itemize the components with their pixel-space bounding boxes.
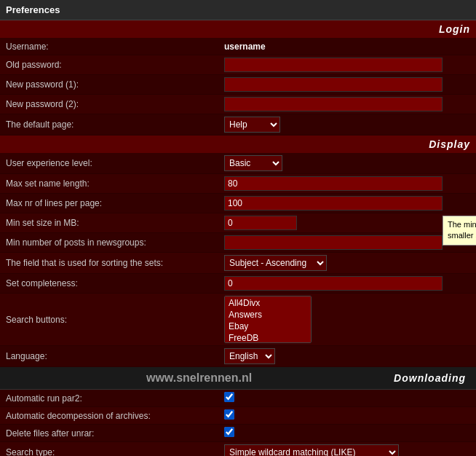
new-password2-input[interactable] [224,97,443,111]
default-page-row: The default page: Help Overview Sets Sea… [0,114,476,135]
set-completeness-label: Set completeness: [6,278,224,288]
sort-field-select[interactable]: Subject - Ascending Subject - Descending… [224,255,327,271]
min-set-size-label: Min set size in MB: [6,218,224,228]
default-page-select[interactable]: Help Overview Sets Search [224,117,280,133]
search-buttons-row: Search buttons: All4Divx Answers Ebay Fr… [0,294,476,346]
new-password1-row: New password (1): [0,75,476,95]
display-section-header: Display [0,135,476,153]
old-password-label: Old password: [6,60,224,70]
auto-decomp-label: Automatic decompession of archives: [6,411,224,421]
username-value: username [224,42,266,52]
auto-par2-row: Automatic run par2: [0,390,476,407]
watermark-text: www.snelrennen.nl [4,372,394,385]
old-password-input[interactable] [224,58,443,72]
language-select[interactable]: English Dutch German French [224,348,275,364]
search-buttons-listbox[interactable]: All4Divx Answers Ebay FreeDB Google [224,296,312,343]
search-buttons-label: Search buttons: [6,315,224,325]
max-set-name-input[interactable] [224,176,443,191]
max-lines-input[interactable] [224,196,443,211]
default-page-label: The default page: [6,119,224,130]
search-type-select[interactable]: Simple wildcard matching (LIKE) Regular … [224,444,399,456]
sort-field-row: The field that is used for sorting the s… [0,253,476,274]
new-password1-label: New password (1): [6,79,224,90]
set-completeness-row: Set completeness: [0,274,476,294]
auto-decomp-row: Automatic decompession of archives: [0,407,476,425]
new-password2-label: New password (2): [6,99,224,109]
max-set-name-row: Max set name length: [0,174,476,194]
min-posts-label: Min number of posts in newsgroups: [6,237,224,248]
auto-par2-label: Automatic run par2: [6,393,224,404]
search-type-row: Search type: Simple wildcard matching (L… [0,442,476,456]
preferences-title: Preferences [6,4,60,15]
title-bar: Preferences [0,0,476,20]
min-set-size-row: Min set size in MB: The minimum size a s… [0,213,476,233]
max-set-name-label: Max set name length: [6,178,224,189]
auto-decomp-checkbox[interactable] [224,409,234,420]
new-password2-row: New password (2): [0,95,476,114]
username-label: Username: [6,42,224,52]
downloading-header: Downloading [394,372,472,384]
min-set-size-input[interactable] [224,216,297,230]
set-completeness-input[interactable] [224,276,443,291]
min-posts-row: Min number of posts in newsgroups: [0,233,476,253]
auto-par2-checkbox[interactable] [224,392,234,402]
watermark-bar: www.snelrennen.nl Downloading [0,367,476,390]
delete-after-unrar-checkbox[interactable] [224,427,234,437]
user-exp-select[interactable]: Basic Advanced Expert [224,155,282,171]
old-password-row: Old password: [0,55,476,75]
max-lines-row: Max nr of lines per page: [0,194,476,213]
user-exp-label: User experience level: [6,158,224,168]
username-row: Username: username [0,38,476,55]
search-type-label: Search type: [6,447,224,456]
delete-after-unrar-label: Delete files after unrar: [6,428,224,439]
sort-field-label: The field that is used for sorting the s… [6,258,224,268]
language-row: Language: English Dutch German French [0,346,476,367]
delete-after-unrar-row: Delete files after unrar: [0,425,476,442]
login-section-header: Login [0,20,476,38]
search-buttons-container: All4Divx Answers Ebay FreeDB Google [224,296,312,343]
new-password1-input[interactable] [224,77,443,92]
user-exp-row: User experience level: Basic Advanced Ex… [0,153,476,174]
max-lines-label: Max nr of lines per page: [6,198,224,208]
min-posts-input[interactable] [224,235,443,250]
min-set-size-tooltip: The minimum size a set must have to show… [443,216,476,245]
language-label: Language: [6,351,224,361]
